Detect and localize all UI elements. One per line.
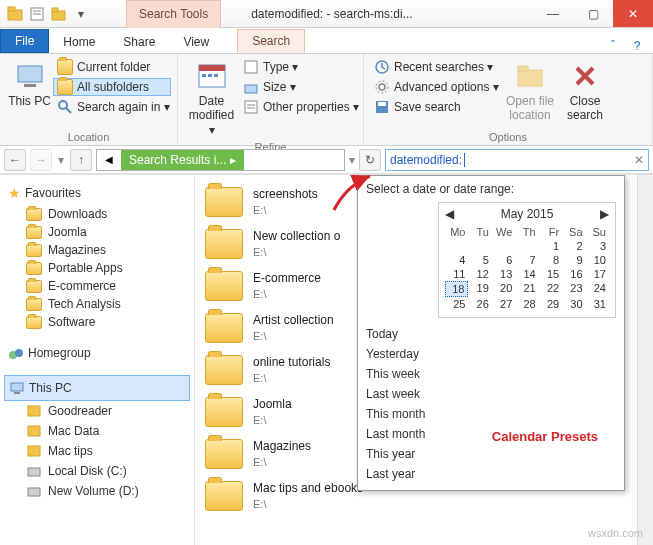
calendar-day[interactable]: 11 — [445, 267, 468, 281]
pc-icon — [9, 380, 25, 396]
sidebar-item[interactable]: Local Disk (C:) — [4, 461, 190, 481]
address-dropdown[interactable]: ▾ — [349, 153, 355, 167]
calendar-day[interactable]: 28 — [515, 297, 538, 311]
calendar-day[interactable]: 23 — [562, 281, 585, 297]
scrollbar[interactable] — [637, 175, 653, 545]
calendar-day[interactable]: 13 — [492, 267, 515, 281]
sidebar-item[interactable]: E-commerce — [4, 277, 190, 295]
crumb-search-results[interactable]: Search Results i... ▸ — [121, 150, 244, 170]
this-pc-button[interactable]: This PC — [6, 58, 53, 110]
calendar-day[interactable]: 4 — [445, 253, 468, 267]
calendar-day[interactable]: 29 — [539, 297, 562, 311]
qat-dropdown-icon[interactable]: ▾ — [72, 5, 90, 23]
calendar-day[interactable]: 18 — [445, 281, 468, 297]
calendar-day[interactable]: 24 — [586, 281, 609, 297]
tab-search[interactable]: Search — [237, 29, 305, 53]
sidebar-item[interactable]: Mac tips — [4, 441, 190, 461]
calendar-day[interactable]: 14 — [515, 267, 538, 281]
calendar-day[interactable]: 19 — [468, 281, 491, 297]
date-preset[interactable]: This week — [366, 366, 616, 382]
calendar-day[interactable]: 21 — [515, 281, 538, 297]
tab-share[interactable]: Share — [109, 31, 169, 53]
minimize-button[interactable]: — — [533, 0, 573, 27]
search-again-button[interactable]: Search again in ▾ — [53, 98, 171, 116]
calendar-day[interactable]: 20 — [492, 281, 515, 297]
clear-search-button[interactable]: ✕ — [634, 153, 644, 167]
prev-month-button[interactable]: ◀ — [445, 207, 454, 221]
calendar-day[interactable]: 5 — [468, 253, 491, 267]
calendar[interactable]: ◀ May 2015 ▶ MoTuWeThFrSaSu1234567891011… — [438, 202, 616, 318]
date-modified-label: Date modified ▾ — [186, 94, 237, 137]
sidebar-item[interactable]: Goodreader — [4, 401, 190, 421]
sidebar-item[interactable]: Mac Data — [4, 421, 190, 441]
favourites-header[interactable]: ★ Favourites — [4, 181, 190, 205]
refresh-button[interactable]: ↻ — [359, 149, 381, 171]
sidebar-item[interactable]: Portable Apps — [4, 259, 190, 277]
calendar-day[interactable]: 17 — [586, 267, 609, 281]
next-month-button[interactable]: ▶ — [600, 207, 609, 221]
file-path: E:\ — [253, 203, 318, 217]
calendar-day[interactable]: 26 — [468, 297, 491, 311]
crumb-root[interactable]: ◀ — [97, 150, 121, 170]
sidebar-item[interactable]: New Volume (D:) — [4, 481, 190, 501]
sidebar-item[interactable]: Software — [4, 313, 190, 331]
calendar-day[interactable]: 22 — [539, 281, 562, 297]
date-preset[interactable]: Yesterday — [366, 346, 616, 362]
file-path: E:\ — [253, 497, 363, 511]
close-button[interactable]: ✕ — [613, 0, 653, 27]
calendar-month[interactable]: May 2015 — [501, 207, 554, 221]
back-button[interactable]: ← — [4, 149, 26, 171]
close-search-button[interactable]: Close search — [560, 58, 610, 125]
search-input[interactable]: datemodified: ✕ — [385, 149, 649, 171]
date-preset[interactable]: Last month — [366, 426, 616, 442]
properties-icon[interactable] — [28, 5, 46, 23]
date-preset[interactable]: Last year — [366, 466, 616, 482]
other-properties-button[interactable]: Other properties ▾ — [239, 98, 357, 116]
calendar-day[interactable]: 15 — [539, 267, 562, 281]
calendar-day[interactable]: 6 — [492, 253, 515, 267]
breadcrumb[interactable]: ◀ Search Results i... ▸ — [96, 149, 345, 171]
calendar-day[interactable]: 31 — [586, 297, 609, 311]
open-file-location-button[interactable]: Open file location — [500, 58, 560, 125]
this-pc-header[interactable]: This PC — [4, 375, 190, 401]
current-folder-button[interactable]: Current folder — [53, 58, 171, 76]
help-button[interactable]: ? — [629, 39, 653, 53]
sidebar-item[interactable]: Magazines — [4, 241, 190, 259]
maximize-button[interactable]: ▢ — [573, 0, 613, 27]
date-preset[interactable]: Today — [366, 326, 616, 342]
type-button[interactable]: Type ▾ — [239, 58, 357, 76]
calendar-day[interactable]: 7 — [515, 253, 538, 267]
collapse-ribbon-button[interactable]: ˆ — [605, 39, 629, 53]
advanced-options-button[interactable]: Advanced options ▾ — [370, 78, 500, 96]
date-preset[interactable]: This year — [366, 446, 616, 462]
size-button[interactable]: Size ▾ — [239, 78, 357, 96]
tab-home[interactable]: Home — [49, 31, 109, 53]
up-button[interactable]: ↑ — [70, 149, 92, 171]
history-dropdown[interactable]: ▾ — [56, 153, 66, 167]
calendar-day[interactable]: 2 — [562, 239, 585, 253]
forward-button[interactable]: → — [30, 149, 52, 171]
recent-searches-button[interactable]: Recent searches ▾ — [370, 58, 500, 76]
calendar-day[interactable]: 12 — [468, 267, 491, 281]
calendar-day[interactable]: 3 — [586, 239, 609, 253]
date-preset[interactable]: Last week — [366, 386, 616, 402]
sidebar-item[interactable]: Joomla — [4, 223, 190, 241]
calendar-day[interactable]: 16 — [562, 267, 585, 281]
new-folder-icon[interactable] — [50, 5, 68, 23]
sidebar-item[interactable]: Downloads — [4, 205, 190, 223]
tab-view[interactable]: View — [169, 31, 223, 53]
all-subfolders-button[interactable]: All subfolders — [53, 78, 171, 96]
sidebar-item[interactable]: Tech Analysis — [4, 295, 190, 313]
calendar-day[interactable]: 27 — [492, 297, 515, 311]
tab-file[interactable]: File — [0, 29, 49, 53]
homegroup-header[interactable]: Homegroup — [4, 341, 190, 365]
calendar-day[interactable]: 1 — [539, 239, 562, 253]
calendar-day[interactable]: 25 — [445, 297, 468, 311]
calendar-day[interactable]: 30 — [562, 297, 585, 311]
calendar-day[interactable]: 8 — [539, 253, 562, 267]
date-preset[interactable]: This month — [366, 406, 616, 422]
date-modified-button[interactable]: Date modified ▾ — [184, 58, 239, 139]
save-search-button[interactable]: Save search — [370, 98, 500, 116]
calendar-day[interactable]: 10 — [586, 253, 609, 267]
calendar-day[interactable]: 9 — [562, 253, 585, 267]
